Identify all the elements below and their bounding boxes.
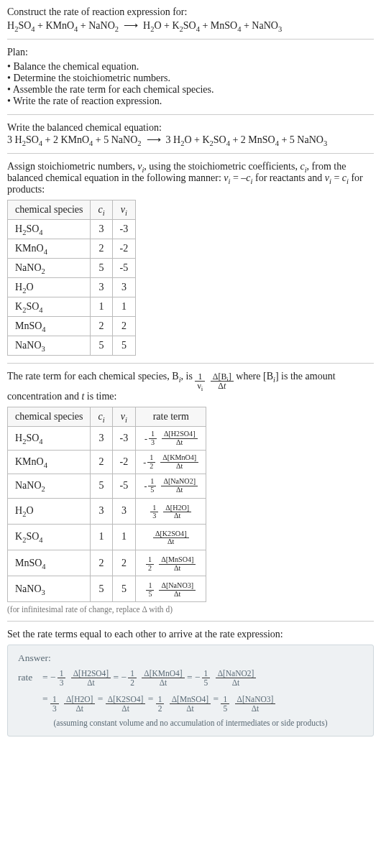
cell-rate: 15 Δ[NaNO3]Δt [136, 576, 206, 602]
answer-box: Answer: rate = −13 Δ[H2SO4]Δt = −12 Δ[KM… [7, 645, 374, 737]
answer-label: Answer: [18, 652, 363, 664]
table-row: MnSO422 [8, 316, 136, 336]
balanced-heading: Write the balanced chemical equation: [7, 122, 374, 134]
cell-vi: 1 [112, 297, 136, 316]
cell-species: H2SO4 [8, 426, 91, 450]
cell-ci: 5 [91, 474, 112, 498]
plan-list: Balance the chemical equation. Determine… [7, 61, 374, 107]
table-row: H2SO43-3 [8, 219, 136, 239]
col-species: chemical species [8, 407, 91, 426]
cell-rate: -12 Δ[KMnO4]Δt [136, 451, 206, 474]
stoich-intro: Assign stoichiometric numbers, νi, using… [7, 161, 374, 195]
cell-ci: 2 [91, 451, 112, 474]
cell-ci: 3 [91, 426, 112, 450]
plan-section: Plan: Balance the chemical equation. Det… [7, 47, 374, 115]
intro-section: Construct the rate of reaction expressio… [7, 6, 374, 40]
col-ci: ci [91, 407, 112, 426]
cell-species: MnSO4 [8, 316, 91, 336]
plan-heading: Plan: [7, 47, 374, 58]
plan-step: Determine the stoichiometric numbers. [7, 73, 374, 84]
cell-species: NaNO2 [8, 474, 91, 498]
cell-ci: 1 [91, 297, 112, 316]
cell-rate: 13 Δ[H2O]Δt [136, 498, 206, 524]
cell-vi: 3 [112, 498, 136, 524]
cell-vi: -5 [112, 474, 136, 498]
cell-ci: 2 [91, 550, 112, 576]
cell-vi: 5 [112, 336, 136, 355]
cell-species: NaNO3 [8, 336, 91, 355]
unbalanced-equation: H2SO4 + KMnO4 + NaNO2 ⟶ H2O + K2SO4 + Mn… [7, 19, 374, 32]
cell-ci: 3 [91, 277, 112, 297]
cell-vi: 2 [112, 316, 136, 336]
cell-rate: -13 Δ[H2SO4]Δt [136, 426, 206, 450]
balanced-section: Write the balanced chemical equation: 3 … [7, 122, 374, 154]
cell-ci: 2 [91, 239, 112, 258]
table-row: K2SO411 [8, 297, 136, 316]
cell-rate: Δ[K2SO4]Δt [136, 524, 206, 550]
table-row: NaNO35515 Δ[NaNO3]Δt [8, 576, 206, 602]
table-row: NaNO25-5-15 Δ[NaNO2]Δt [8, 474, 206, 498]
col-ci: ci [91, 200, 112, 219]
table-row: MnSO42212 Δ[MnSO4]Δt [8, 550, 206, 576]
table-row: NaNO355 [8, 336, 136, 355]
cell-vi: -3 [112, 426, 136, 450]
cell-species: KMnO4 [8, 239, 91, 258]
table-row: NaNO25-5 [8, 258, 136, 277]
cell-rate: -15 Δ[NaNO2]Δt [136, 474, 206, 498]
cell-species: K2SO4 [8, 297, 91, 316]
cell-ci: 3 [91, 219, 112, 239]
cell-species: NaNO3 [8, 576, 91, 602]
final-section: Set the rate terms equal to each other t… [7, 629, 374, 640]
intro-prompt: Construct the rate of reaction expressio… [7, 6, 374, 19]
cell-vi: -3 [112, 219, 136, 239]
balanced-equation: 3 H2SO4 + 2 KMnO4 + 5 NaNO2 ⟶ 3 H2O + K2… [7, 134, 374, 146]
cell-species: KMnO4 [8, 451, 91, 474]
cell-ci: 1 [91, 524, 112, 550]
stoich-section: Assign stoichiometric numbers, νi, using… [7, 161, 374, 364]
table-row: H2O3313 Δ[H2O]Δt [8, 498, 206, 524]
col-species: chemical species [8, 200, 91, 219]
rateterm-intro: The rate term for each chemical species,… [7, 371, 374, 402]
cell-ci: 3 [91, 498, 112, 524]
cell-species: H2SO4 [8, 219, 91, 239]
cell-vi: 5 [112, 576, 136, 602]
plan-step: Assemble the rate term for each chemical… [7, 84, 374, 96]
cell-species: MnSO4 [8, 550, 91, 576]
cell-ci: 5 [91, 576, 112, 602]
cell-ci: 5 [91, 336, 112, 355]
rate-expression: rate = −13 Δ[H2SO4]Δt = −12 Δ[KMnO4]Δt =… [18, 667, 363, 714]
cell-ci: 5 [91, 258, 112, 277]
table-row: KMnO42-2-12 Δ[KMnO4]Δt [8, 451, 206, 474]
cell-species: NaNO2 [8, 258, 91, 277]
cell-species: H2O [8, 498, 91, 524]
col-vi: νi [112, 407, 136, 426]
table-row: KMnO42-2 [8, 239, 136, 258]
cell-vi: -5 [112, 258, 136, 277]
plan-step: Balance the chemical equation. [7, 61, 374, 73]
cell-ci: 2 [91, 316, 112, 336]
stoich-table: chemical species ci νi H2SO43-3KMnO42-2N… [7, 200, 136, 356]
rateterm-footnote: (for infinitesimal rate of change, repla… [7, 605, 374, 614]
table-row: H2SO43-3-13 Δ[H2SO4]Δt [8, 426, 206, 450]
cell-rate: 12 Δ[MnSO4]Δt [136, 550, 206, 576]
rateterm-section: The rate term for each chemical species,… [7, 371, 374, 622]
cell-vi: -2 [112, 239, 136, 258]
cell-vi: -2 [112, 451, 136, 474]
table-row: K2SO411Δ[K2SO4]Δt [8, 524, 206, 550]
cell-vi: 3 [112, 277, 136, 297]
table-row: H2O33 [8, 277, 136, 297]
rateterm-table: chemical species ci νi rate term H2SO43-… [7, 407, 206, 603]
plan-step: Write the rate of reaction expression. [7, 96, 374, 107]
rateterm-intro-pre: The rate term for each chemical species,… [7, 371, 195, 382]
col-rate: rate term [136, 407, 206, 426]
cell-vi: 2 [112, 550, 136, 576]
final-heading: Set the rate terms equal to each other t… [7, 629, 374, 640]
col-vi: νi [112, 200, 136, 219]
rateterm-generic-frac: 1νi Δ[Bi]Δt [195, 372, 233, 391]
answer-assumption: (assuming constant volume and no accumul… [18, 719, 363, 727]
rate-lead: rate [18, 667, 32, 688]
cell-species: H2O [8, 277, 91, 297]
cell-vi: 1 [112, 524, 136, 550]
cell-species: K2SO4 [8, 524, 91, 550]
